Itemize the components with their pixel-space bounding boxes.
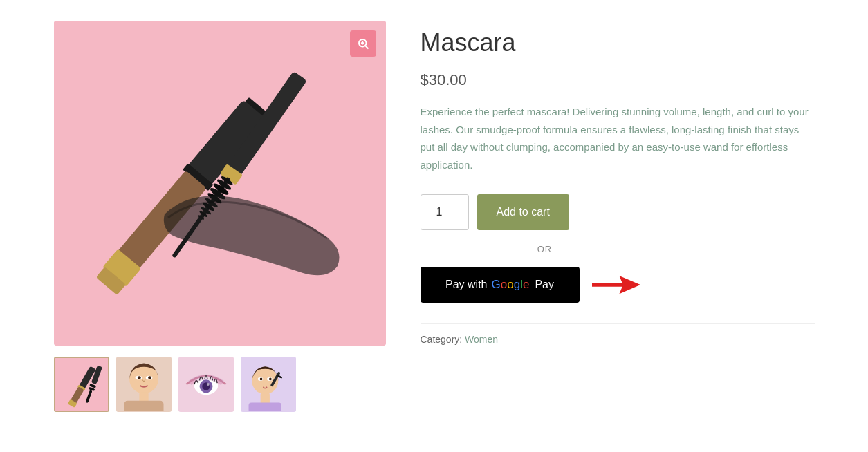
or-divider: OR xyxy=(421,244,670,254)
bottom-divider xyxy=(421,323,815,324)
divider-line-left xyxy=(421,249,529,249)
divider-line-right xyxy=(560,249,669,249)
category-row: Category: Women xyxy=(421,334,815,345)
category-link[interactable]: Women xyxy=(465,334,498,345)
svg-rect-40 xyxy=(124,401,163,411)
g-red-letter2: e xyxy=(523,278,529,292)
main-image xyxy=(54,21,386,346)
svg-rect-55 xyxy=(248,403,281,411)
gpay-prefix-text: Pay with xyxy=(445,279,487,291)
category-label: Category: xyxy=(421,334,463,345)
svg-point-51 xyxy=(268,378,271,381)
gpay-pay-text: Pay xyxy=(535,279,554,291)
svg-point-45 xyxy=(206,383,209,386)
add-to-cart-button[interactable]: Add to cart xyxy=(477,194,569,230)
or-text: OR xyxy=(537,244,553,254)
product-info: Mascara $30.00 Experience the perfect ma… xyxy=(421,21,815,412)
g-blue-letter: G xyxy=(492,278,501,292)
svg-marker-56 xyxy=(592,276,640,294)
svg-point-49 xyxy=(259,378,262,381)
arrow-indicator xyxy=(592,272,640,297)
gpay-logo: Google xyxy=(492,278,530,292)
product-title: Mascara xyxy=(421,28,815,57)
quantity-input[interactable] xyxy=(421,194,469,230)
image-section xyxy=(54,21,386,412)
thumbnail-1[interactable] xyxy=(54,357,109,412)
google-pay-button[interactable]: Pay with Google Pay xyxy=(421,267,580,303)
add-to-cart-row: Add to cart xyxy=(421,194,815,230)
product-description: Experience the perfect mascara! Deliveri… xyxy=(421,103,815,173)
svg-point-38 xyxy=(148,376,151,379)
product-price: $30.00 xyxy=(421,71,815,89)
thumbnail-2[interactable] xyxy=(116,357,172,412)
svg-line-1 xyxy=(365,46,368,48)
thumbnail-4[interactable] xyxy=(241,357,296,412)
g-red-letter: o xyxy=(501,278,507,292)
g-blue-letter2: g xyxy=(514,278,520,292)
thumbnail-list xyxy=(54,357,386,412)
g-yellow-letter: o xyxy=(507,278,513,292)
thumbnail-3[interactable] xyxy=(178,357,234,412)
gpay-row: Pay with Google Pay xyxy=(421,267,815,303)
product-container: Mascara $30.00 Experience the perfect ma… xyxy=(54,21,815,412)
svg-point-37 xyxy=(137,376,140,379)
zoom-button[interactable] xyxy=(350,30,376,57)
